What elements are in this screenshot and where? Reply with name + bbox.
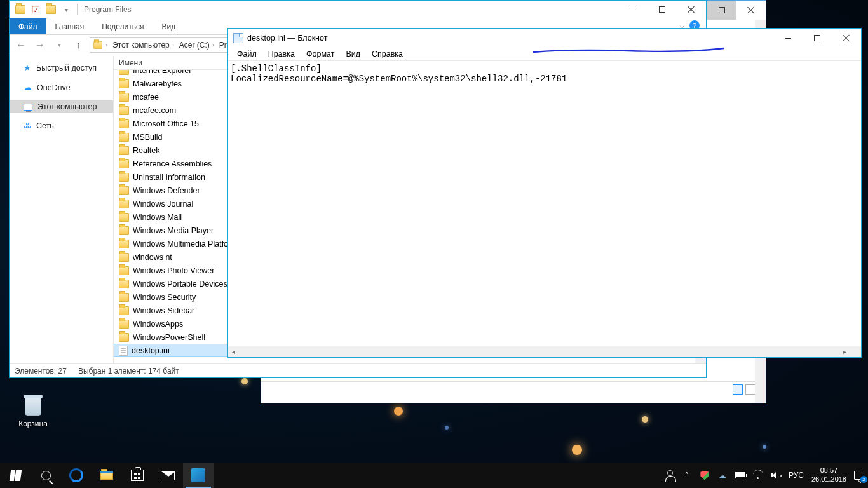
tray-people-icon[interactable]: [664, 470, 674, 480]
taskbar-store[interactable]: [122, 463, 153, 488]
scroll-left-icon[interactable]: ◂: [228, 346, 239, 357]
folder-icon: [119, 266, 129, 275]
file-name-label: Microsoft Office 15: [133, 119, 199, 128]
folder-icon: [119, 240, 129, 248]
notepad-close-button[interactable]: [832, 29, 861, 47]
file-name-label: Windows Journal: [133, 200, 193, 208]
folder-icon: [119, 306, 129, 315]
desktop-recycle-bin[interactable]: Корзина: [9, 391, 57, 428]
tray-action-center[interactable]: 2: [854, 470, 864, 480]
file-name-label: WindowsPowerShell: [133, 333, 205, 342]
folder-icon: [119, 133, 129, 142]
tray-defender-icon[interactable]: [700, 470, 710, 480]
taskbar-notepad[interactable]: [183, 463, 214, 488]
windows-logo-icon: [9, 470, 21, 481]
start-button[interactable]: [0, 463, 31, 488]
search-icon: [41, 471, 51, 480]
file-name-label: Malwarebytes: [133, 79, 182, 88]
notepad-title: desktop.ini — Блокнот: [247, 34, 327, 43]
folder-icon: [119, 293, 129, 302]
folder-icon: [119, 213, 129, 222]
np-menu-help[interactable]: Справка: [367, 49, 408, 59]
notepad-textarea[interactable]: [.ShellClassInfo] LocalizedResourceName=…: [228, 60, 861, 346]
file-name-label: Internet Explorer: [133, 70, 191, 75]
qat-properties-icon[interactable]: ☑: [29, 3, 43, 17]
tray-battery-icon[interactable]: [735, 470, 745, 480]
nav-thispc[interactable]: Этот компьютер: [10, 100, 113, 113]
nav-forward-button[interactable]: →: [32, 37, 48, 53]
notepad-resize-grip[interactable]: [850, 346, 861, 357]
tray-sound-icon[interactable]: ×: [771, 470, 781, 480]
folder-icon: [119, 119, 129, 128]
file-name-label: Realtek: [133, 146, 159, 155]
tray-overflow-button[interactable]: ˄: [682, 470, 692, 480]
notepad-task-icon: [191, 468, 205, 482]
nav-network[interactable]: 🖧Сеть: [10, 119, 113, 132]
store-icon: [131, 470, 144, 481]
taskbar: ˄ ☁ × РУС 08:57 26.01.2018 2: [0, 463, 868, 488]
ribbon-tab-home[interactable]: Главная: [46, 18, 93, 34]
file-name-label: Windows Multimedia Platform: [133, 240, 238, 248]
qat-folder-icon[interactable]: [13, 3, 27, 17]
tray-onedrive-icon[interactable]: ☁: [717, 470, 728, 480]
tray-clock[interactable]: 08:57 26.01.2018: [811, 466, 846, 484]
folder-icon: [119, 106, 129, 115]
tray-language[interactable]: РУС: [789, 471, 804, 480]
ini-file-icon: [119, 346, 128, 356]
file-name-label: windows nt: [133, 253, 172, 262]
folder-icon: [119, 186, 129, 195]
file-name-label: Windows Photo Viewer: [133, 266, 214, 275]
folder-icon: [119, 253, 129, 262]
nav-back-button[interactable]: ←: [13, 37, 29, 53]
notepad-titlebar[interactable]: desktop.ini — Блокнот: [228, 29, 861, 48]
file-name-label: MSBuild: [133, 133, 163, 142]
tray-wifi-icon[interactable]: [753, 470, 763, 480]
nav-onedrive[interactable]: ☁OneDrive: [10, 81, 113, 94]
taskbar-mail[interactable]: [153, 463, 183, 488]
view-details-icon[interactable]: [733, 384, 743, 395]
file-name-label: Windows Security: [133, 293, 196, 302]
taskbar-file-explorer[interactable]: [92, 463, 122, 488]
explorer-maximize-button[interactable]: [648, 1, 677, 18]
taskbar-edge[interactable]: [61, 463, 92, 488]
status-selection: Выбран 1 элемент: 174 байт: [78, 367, 179, 376]
file-name-label: Windows Sidebar: [133, 306, 194, 315]
np-menu-file[interactable]: Файл: [232, 49, 262, 59]
np-menu-edit[interactable]: Правка: [263, 49, 300, 59]
mail-icon: [161, 471, 175, 480]
ribbon-file[interactable]: Файл: [10, 18, 46, 34]
qat-newfolder-icon[interactable]: [44, 3, 58, 17]
folder-icon: [119, 226, 129, 235]
crumb-pc[interactable]: Этот компьютер: [112, 41, 170, 50]
explorer-titlebar[interactable]: ☑ ▾ Program Files: [10, 1, 706, 18]
explorer-close-button[interactable]: [677, 1, 706, 18]
file-name-label: Reference Assemblies: [133, 159, 212, 168]
ribbon-tab-view[interactable]: Вид: [153, 18, 184, 34]
nav-up-button[interactable]: ↑: [71, 37, 86, 53]
star-icon: ★: [24, 63, 31, 72]
edge-icon: [69, 468, 83, 482]
taskbar-search-button[interactable]: [31, 463, 61, 488]
tray-date: 26.01.2018: [811, 475, 846, 484]
crumb-drive[interactable]: Acer (C:): [179, 41, 210, 50]
qat-customize-icon[interactable]: ▾: [59, 3, 73, 17]
notepad-window: desktop.ini — Блокнот Файл Правка Формат…: [227, 28, 862, 358]
folder-icon: [119, 159, 129, 168]
bgwin-maximize-button[interactable]: [707, 1, 736, 20]
folder-icon: [119, 70, 129, 75]
folder-icon: [119, 320, 129, 329]
nav-quickaccess[interactable]: ★Быстрый доступ: [10, 61, 113, 74]
np-menu-format[interactable]: Формат: [301, 49, 339, 59]
bgwin-close-button[interactable]: [736, 1, 766, 20]
nav-recent-button[interactable]: ▾: [51, 37, 67, 53]
notepad-maximize-button[interactable]: [803, 29, 832, 47]
view-large-icon[interactable]: [745, 384, 756, 395]
notepad-minimize-button[interactable]: [773, 29, 803, 47]
notification-badge: 2: [860, 476, 867, 483]
ribbon-tab-share[interactable]: Поделиться: [93, 18, 153, 34]
folder-icon: [119, 333, 129, 342]
explorer-minimize-button[interactable]: [618, 1, 648, 18]
notepad-h-scrollbar[interactable]: ◂ ▸: [228, 346, 850, 357]
scroll-right-icon[interactable]: ▸: [839, 346, 850, 357]
np-menu-view[interactable]: Вид: [341, 49, 365, 59]
